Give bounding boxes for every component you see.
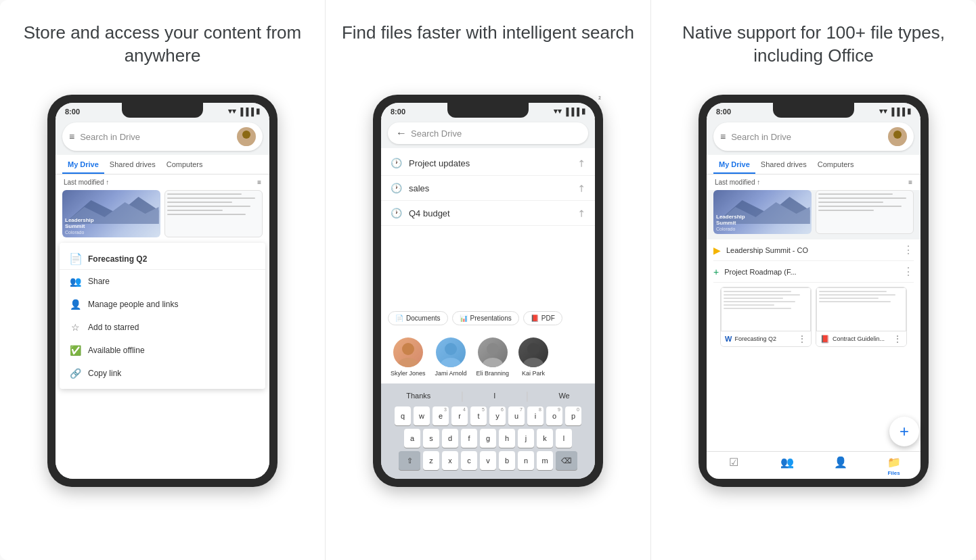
key-e[interactable]: 3e xyxy=(432,406,449,425)
fab-button[interactable]: + xyxy=(889,417,919,446)
key-l[interactable]: l xyxy=(556,429,572,448)
phone-3-notch xyxy=(773,103,854,118)
person-4[interactable]: Kai Park xyxy=(518,337,548,377)
more-dots-forecast[interactable]: ⋮ xyxy=(797,333,807,344)
search-back-bar[interactable]: ← Search Drive xyxy=(388,122,588,144)
menu-share[interactable]: 👥 Share xyxy=(60,270,265,293)
doc-icon-menu: 📄 xyxy=(69,252,83,265)
menu-offline[interactable]: ✅ Available offline xyxy=(60,339,265,362)
key-backspace[interactable]: ⌫ xyxy=(556,451,577,470)
panel-1: Store and access your content from anywh… xyxy=(0,0,326,560)
key-q[interactable]: 1q xyxy=(395,406,411,425)
avatar-1[interactable] xyxy=(237,127,256,146)
phone-1-notch xyxy=(122,103,203,118)
chip-presentations[interactable]: 📊 Presentations xyxy=(452,311,519,325)
tab-shared-drives-1[interactable]: Shared drives xyxy=(104,155,161,174)
menu-manage[interactable]: 👤 Manage people and links xyxy=(60,293,265,316)
tab-my-drive-3[interactable]: My Drive xyxy=(713,155,755,174)
link-icon: 🔗 xyxy=(69,368,81,379)
list-view-icon-1[interactable]: ≡ xyxy=(257,179,261,186)
key-d[interactable]: d xyxy=(442,429,458,448)
suggestion-3[interactable]: 🕐 Q4 budget ↗ xyxy=(381,201,595,226)
search-bar-3[interactable]: ≡ Search in Drive xyxy=(713,122,914,151)
nav-shared[interactable]: 👥 xyxy=(760,456,814,476)
search-input-2[interactable]: Search Drive xyxy=(411,129,580,139)
thumbnail-row-1: LeadershipSummit Colorado xyxy=(56,190,269,243)
wifi-icon-3: ▾▾ xyxy=(879,107,887,116)
key-k[interactable]: k xyxy=(537,429,553,448)
chip-documents[interactable]: 📄 Documents xyxy=(388,311,448,325)
key-f[interactable]: f xyxy=(461,429,477,448)
key-n[interactable]: n xyxy=(518,451,534,470)
leadership-thumb-1[interactable]: LeadershipSummit Colorado xyxy=(62,190,160,237)
files-label: Files xyxy=(887,470,900,476)
key-shift[interactable]: ⇧ xyxy=(399,451,420,470)
contract-card[interactable]: 📕 Contract Guidelin... ⋮ xyxy=(816,287,907,347)
nav-people[interactable]: 👤 xyxy=(814,456,867,476)
drive-tabs-1: My Drive Shared drives Computers xyxy=(56,155,269,174)
autocomplete-1[interactable]: Thanks xyxy=(402,390,435,402)
leadership-label-3: LeadershipSummit xyxy=(716,214,809,227)
key-g[interactable]: g xyxy=(480,429,496,448)
key-s[interactable]: s xyxy=(423,429,439,448)
key-p[interactable]: 0p xyxy=(565,406,581,425)
avatar-3[interactable] xyxy=(888,127,907,146)
priority-icon: ☑ xyxy=(729,456,738,469)
doc-thumb-3[interactable] xyxy=(816,190,914,234)
status-icons-3: ▾▾ ▐▐▐ ▮ xyxy=(879,107,911,116)
key-m[interactable]: m xyxy=(537,451,553,470)
key-i[interactable]: 8i xyxy=(527,406,544,425)
key-y[interactable]: 6y xyxy=(489,406,506,425)
autocomplete-3[interactable]: We xyxy=(554,390,573,402)
leadership-sublabel-3: Colorado xyxy=(716,227,809,231)
key-o[interactable]: 9o xyxy=(546,406,562,425)
chip-pdf[interactable]: 📕 PDF xyxy=(523,311,562,325)
nav-priority[interactable]: ☑ xyxy=(707,456,760,476)
list-view-icon-3[interactable]: ≡ xyxy=(908,179,912,186)
key-w[interactable]: 2w xyxy=(414,406,430,425)
person-1[interactable]: Skyler Jones xyxy=(391,337,426,377)
more-dots-contract[interactable]: ⋮ xyxy=(893,333,902,344)
panel-3: Native support for 100+ file types, incl… xyxy=(651,0,976,560)
doc-thumb-1[interactable] xyxy=(164,190,263,237)
key-c[interactable]: c xyxy=(461,451,477,470)
file-row-1[interactable]: ▶ Leadership Summit - CO ⋮ xyxy=(713,239,914,261)
hamburger-icon-3: ≡ xyxy=(720,131,726,142)
more-icon-1[interactable]: ⋮ xyxy=(903,243,914,256)
key-x[interactable]: x xyxy=(442,451,458,470)
back-arrow-icon[interactable]: ← xyxy=(396,127,407,139)
key-t[interactable]: 5t xyxy=(470,406,487,425)
suggestion-1[interactable]: 🕐 Project updates ↗ xyxy=(381,151,595,176)
suggestion-text-3: Q4 budget xyxy=(409,208,450,218)
search-placeholder-1: Search in Drive xyxy=(80,132,231,142)
contract-filename: Contract Guidelin... xyxy=(833,335,885,342)
autocomplete-2[interactable]: I xyxy=(489,390,500,402)
drive-tabs-3: My Drive Shared drives Computers xyxy=(707,155,920,174)
key-r[interactable]: 4r xyxy=(451,406,468,425)
key-j[interactable]: j xyxy=(518,429,534,448)
more-icon-2[interactable]: ⋮ xyxy=(903,265,914,278)
menu-star[interactable]: ☆ Add to starred xyxy=(60,316,265,339)
person-3[interactable]: Eli Branning xyxy=(476,337,510,377)
suggestion-2[interactable]: 🕐 sales ↗ xyxy=(381,176,595,201)
nav-files[interactable]: 📁 Files xyxy=(867,456,920,476)
key-b[interactable]: b xyxy=(499,451,515,470)
tab-shared-3[interactable]: Shared drives xyxy=(755,155,812,174)
phone-1: 8:00 ▾▾ ▐▐▐ ▮ ≡ Search in Drive My Driv xyxy=(47,95,278,487)
forecast-card[interactable]: W Forecasting Q2 ⋮ xyxy=(720,287,812,347)
menu-copy-link[interactable]: 🔗 Copy link xyxy=(60,362,265,385)
tab-computers-3[interactable]: Computers xyxy=(812,155,860,174)
svg-point-10 xyxy=(527,343,539,355)
svg-point-11 xyxy=(523,358,544,367)
file-row-2[interactable]: + Project Roadmap (F... ⋮ xyxy=(713,261,914,283)
tab-computers-1[interactable]: Computers xyxy=(161,155,208,174)
key-u[interactable]: 7u xyxy=(508,406,525,425)
leadership-thumb-3[interactable]: LeadershipSummit Colorado xyxy=(713,190,812,234)
tab-my-drive-1[interactable]: My Drive xyxy=(62,155,104,174)
person-2[interactable]: Jami Arnold xyxy=(435,337,467,377)
key-z[interactable]: z xyxy=(423,451,439,470)
key-a[interactable]: a xyxy=(404,429,420,448)
search-bar-1[interactable]: ≡ Search in Drive xyxy=(62,122,263,151)
key-h[interactable]: h xyxy=(499,429,515,448)
key-v[interactable]: v xyxy=(480,451,496,470)
